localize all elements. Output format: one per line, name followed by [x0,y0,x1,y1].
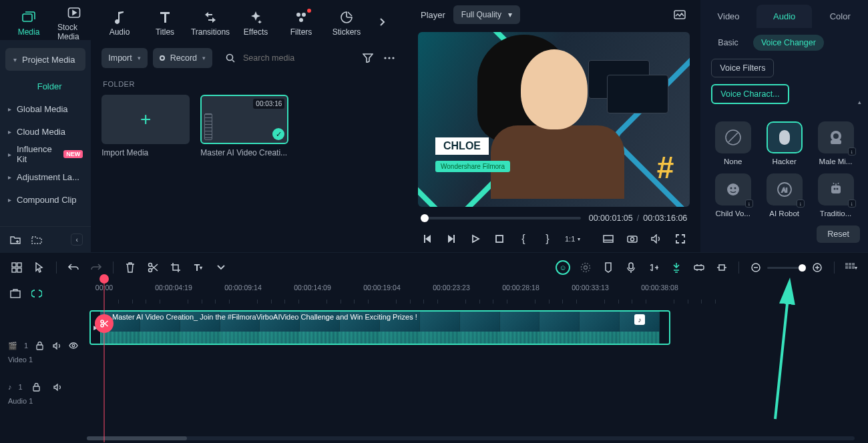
nav-scroll-right[interactable] [373,13,391,31]
voice-male-minion[interactable]: ↓Male Mi... [814,121,857,165]
play-icon[interactable] [469,232,482,246]
sidebar-project-media[interactable]: ▾ Project Media [5,48,85,71]
playhead-icon[interactable] [99,274,109,284]
tab-color[interactable]: Color [812,5,868,28]
crop-icon[interactable] [168,260,183,275]
timeline-panel: T▾ ☺ ▾ [0,252,868,443]
sidebar-influence-kit[interactable]: ▸Influence KitNEW [0,143,91,165]
visibility-icon[interactable] [69,338,79,353]
voice-filters-chip[interactable]: Voice Filters [711,59,774,77]
nav-titles[interactable]: Titles [143,7,187,37]
volume-icon[interactable] [650,232,663,246]
nav-transitions[interactable]: Transitions [188,7,232,37]
voice-child[interactable]: ↓Child Vo... [711,173,754,217]
chevron-down-icon: ▾ [508,10,512,19]
mark-in-icon[interactable]: { [517,232,530,246]
timeline-layout-icon[interactable] [9,260,24,275]
nav-audio[interactable]: Audio [97,7,142,37]
split-icon[interactable] [146,260,160,275]
voice-ai-robot[interactable]: AI↓AI Robot [763,173,806,217]
search-input[interactable] [243,53,350,63]
svg-point-6 [384,57,386,59]
svg-rect-41 [849,263,851,266]
svg-point-18 [727,183,739,195]
tab-audio[interactable]: Audio [756,5,813,28]
tab-video[interactable]: Video [700,5,756,28]
timeline-ruler[interactable]: 00:0000:00:04:1900:00:09:1400:00:14:0900… [87,282,868,305]
more-options-icon[interactable] [382,51,397,65]
voice-hacker[interactable]: Hacker [763,121,806,165]
mark-out-icon[interactable]: } [541,232,554,246]
zoom-out-icon[interactable] [748,260,763,275]
zoom-slider[interactable] [767,267,806,269]
mute-icon[interactable] [51,338,61,353]
audio-tool-icon[interactable] [646,260,661,275]
svg-point-5 [227,55,233,61]
select-tool-icon[interactable] [32,260,47,275]
timeline-clip[interactable]: ▶ Master AI Video Creation_ Join the #Fi… [89,310,670,345]
notification-dot-icon [307,9,311,13]
audio-track-header[interactable]: ♪1 Audio 1 [0,370,87,412]
delete-icon[interactable] [123,260,138,275]
record-dropdown[interactable]: Record▾ [153,48,212,68]
video-preview[interactable]: # CHLOE Wondershare Filmora [418,32,690,207]
ai-assistant-icon[interactable]: ☺ [556,260,570,275]
new-folder-icon[interactable] [8,232,23,247]
text-tool-icon[interactable]: T▾ [191,260,206,275]
nav-effects[interactable]: Effects [234,7,278,37]
voice-traditional[interactable]: ↓Traditio... [814,173,857,217]
subtab-basic[interactable]: Basic [710,35,746,51]
timeline-nest-icon[interactable] [8,286,23,301]
sidebar-global-media[interactable]: ▸Global Media [0,97,91,120]
lock-icon[interactable] [29,380,44,394]
nav-stickers[interactable]: Stickers [324,7,369,37]
sidebar-cloud-media[interactable]: ▸Cloud Media [0,120,91,143]
grid-view-icon[interactable]: ▾ [844,260,859,275]
settings-gear-icon[interactable] [578,260,593,275]
voice-none[interactable]: None [711,121,754,165]
next-frame-icon[interactable] [445,232,458,246]
sidebar-folder[interactable]: Folder [0,75,91,97]
stop-icon[interactable] [493,232,506,246]
snapshot-icon[interactable] [672,7,687,22]
sidebar-compound-clip[interactable]: ▸Compound Clip [0,188,91,211]
media-clip-tile[interactable]: 00:03:16 ✓ Master AI Video Creati... [200,95,288,157]
horizontal-scrollbar[interactable] [87,436,855,440]
fullscreen-icon[interactable] [674,232,687,246]
magnet-icon[interactable] [669,260,684,275]
display-mode-icon[interactable] [602,232,615,246]
auto-ripple-icon[interactable] [29,286,44,301]
nav-media[interactable]: Media [7,7,51,37]
voice-character-chip[interactable]: Voice Charact... [711,84,789,104]
chevron-right-icon: ▸ [8,196,11,203]
sidebar-adjustment-layer[interactable]: ▸Adjustment La... [0,165,91,188]
import-media-tile[interactable]: + Import Media [101,95,190,157]
mute-icon[interactable] [51,380,65,394]
cut-handle-icon[interactable] [95,314,114,333]
aspect-ratio-dropdown[interactable]: 1:1 ▾ [565,232,580,246]
filter-icon[interactable] [361,51,375,65]
nav-filters[interactable]: Filters [279,7,323,37]
collapse-icon[interactable]: ▴ [858,99,861,105]
prev-frame-icon[interactable] [421,232,434,246]
quality-dropdown[interactable]: Full Quality▾ [453,5,520,24]
clip-handle-right[interactable] [660,312,669,344]
sidebar-collapse[interactable]: ‹ [71,234,83,246]
redo-icon[interactable] [89,260,103,275]
nav-stock-media[interactable]: Stock Media [52,3,96,41]
import-dropdown[interactable]: Import▾ [101,48,147,68]
zoom-in-icon[interactable] [810,260,825,275]
marker-icon[interactable] [601,260,616,275]
lock-icon[interactable] [35,338,45,353]
reset-button[interactable]: Reset [817,226,860,243]
link-icon[interactable] [692,260,706,275]
scrub-bar[interactable] [421,217,581,219]
subtab-voice-changer[interactable]: Voice Changer [753,35,824,51]
more-tools-icon[interactable] [214,260,228,275]
undo-icon[interactable] [66,260,81,275]
voiceover-icon[interactable] [624,260,638,275]
new-bin-icon[interactable] [29,232,44,247]
video-track-header[interactable]: 🎬1 Video 1 [0,329,87,370]
keyframe-icon[interactable] [714,260,729,275]
camera-icon[interactable] [626,232,639,246]
